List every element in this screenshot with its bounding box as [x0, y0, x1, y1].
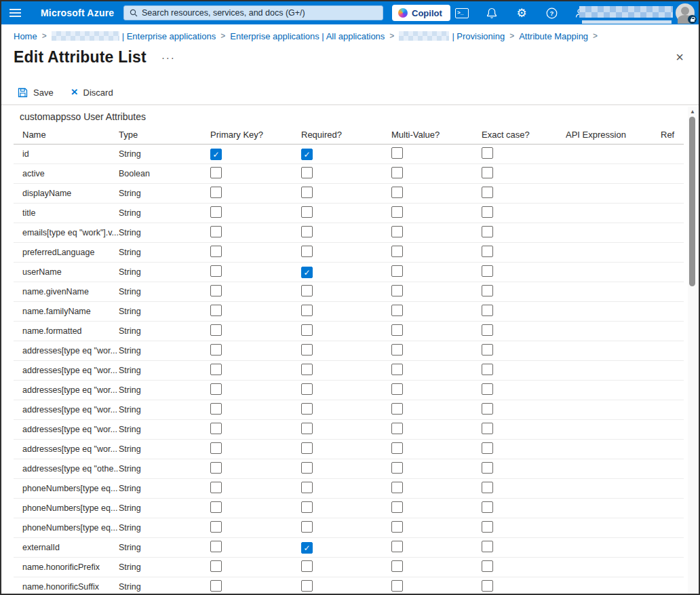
exact-case-checkbox[interactable]: [482, 167, 493, 178]
multi-value-checkbox[interactable]: [391, 580, 403, 592]
table-row[interactable]: idString✓✓: [14, 145, 684, 164]
breadcrumb-provisioning[interactable]: | Provisioning: [399, 31, 505, 41]
table-row[interactable]: externalIdString✓: [14, 538, 684, 558]
multi-value-checkbox[interactable]: [391, 285, 403, 296]
column-header-api-expression[interactable]: API Expression: [566, 130, 661, 140]
table-row[interactable]: name.formattedString: [14, 322, 684, 341]
primary-key-checkbox[interactable]: [210, 364, 222, 375]
required-checkbox[interactable]: ✓: [301, 149, 313, 160]
table-row[interactable]: addresses[type eq "wor...String: [14, 420, 684, 440]
exact-case-checkbox[interactable]: [482, 580, 493, 592]
table-row[interactable]: name.honorificSuffixString: [14, 577, 684, 594]
exact-case-checkbox[interactable]: [482, 246, 493, 257]
table-row[interactable]: name.familyNameString: [14, 302, 684, 322]
multi-value-checkbox[interactable]: [391, 147, 403, 159]
more-options-icon[interactable]: ···: [161, 53, 176, 61]
exact-case-checkbox[interactable]: [482, 305, 493, 316]
table-row[interactable]: addresses[type eq "wor...String: [14, 341, 684, 361]
required-checkbox[interactable]: [301, 580, 313, 592]
multi-value-checkbox[interactable]: [391, 167, 403, 178]
primary-key-checkbox[interactable]: [210, 521, 222, 533]
exact-case-checkbox[interactable]: [482, 187, 493, 198]
required-checkbox[interactable]: [301, 560, 313, 572]
table-row[interactable]: displayNameString: [14, 184, 684, 204]
primary-key-checkbox[interactable]: [210, 482, 222, 493]
close-icon[interactable]: ×: [672, 50, 688, 64]
multi-value-checkbox[interactable]: [391, 324, 403, 336]
primary-key-checkbox[interactable]: [210, 560, 222, 572]
required-checkbox[interactable]: [301, 344, 313, 356]
notifications-bell-icon[interactable]: [484, 5, 499, 20]
primary-key-checkbox[interactable]: [210, 285, 222, 296]
column-header-exact-case[interactable]: Exact case?: [482, 130, 566, 140]
required-checkbox[interactable]: [301, 462, 313, 474]
vertical-scrollbar[interactable]: ▲: [688, 107, 697, 594]
exact-case-checkbox[interactable]: [482, 482, 493, 493]
table-row[interactable]: userNameString✓: [14, 263, 684, 282]
primary-key-checkbox[interactable]: [210, 501, 222, 513]
required-checkbox[interactable]: [301, 305, 313, 316]
multi-value-checkbox[interactable]: [391, 403, 403, 415]
required-checkbox[interactable]: [301, 403, 313, 415]
required-checkbox[interactable]: [301, 482, 313, 493]
primary-key-checkbox[interactable]: [210, 305, 222, 316]
primary-key-checkbox[interactable]: ✓: [210, 149, 222, 160]
exact-case-checkbox[interactable]: [482, 364, 493, 375]
save-button[interactable]: Save: [18, 88, 54, 98]
table-row[interactable]: phoneNumbers[type eq...String: [14, 499, 684, 518]
required-checkbox[interactable]: [301, 501, 313, 513]
hamburger-menu-icon[interactable]: [1, 1, 28, 24]
primary-key-checkbox[interactable]: [210, 442, 222, 454]
primary-key-checkbox[interactable]: [210, 324, 222, 336]
column-header-type[interactable]: Type: [119, 130, 210, 140]
primary-key-checkbox[interactable]: [210, 541, 222, 552]
multi-value-checkbox[interactable]: [391, 462, 403, 474]
multi-value-checkbox[interactable]: [391, 344, 403, 356]
table-row[interactable]: activeBoolean: [14, 164, 684, 184]
primary-key-checkbox[interactable]: [210, 187, 222, 198]
multi-value-checkbox[interactable]: [391, 226, 403, 237]
primary-key-checkbox[interactable]: [210, 206, 222, 218]
settings-gear-icon[interactable]: ⚙: [514, 5, 529, 20]
required-checkbox[interactable]: [301, 206, 313, 218]
scroll-up-arrow-icon[interactable]: ▲: [688, 109, 697, 115]
column-header-required[interactable]: Required?: [301, 130, 391, 140]
multi-value-checkbox[interactable]: [391, 541, 403, 552]
table-row[interactable]: emails[type eq "work"].v...String: [14, 223, 684, 243]
required-checkbox[interactable]: [301, 364, 313, 375]
primary-key-checkbox[interactable]: [210, 403, 222, 415]
primary-key-checkbox[interactable]: [210, 246, 222, 257]
discard-button[interactable]: × Discard: [71, 88, 113, 98]
required-checkbox[interactable]: [301, 383, 313, 395]
multi-value-checkbox[interactable]: [391, 246, 403, 257]
avatar[interactable]: [676, 3, 695, 22]
multi-value-checkbox[interactable]: [391, 305, 403, 316]
exact-case-checkbox[interactable]: [482, 560, 493, 572]
required-checkbox[interactable]: [301, 226, 313, 237]
multi-value-checkbox[interactable]: [391, 501, 403, 513]
required-checkbox[interactable]: [301, 423, 313, 434]
exact-case-checkbox[interactable]: [482, 521, 493, 533]
table-row[interactable]: phoneNumbers[type eq...String: [14, 479, 684, 499]
exact-case-checkbox[interactable]: [482, 423, 493, 434]
multi-value-checkbox[interactable]: [391, 383, 403, 395]
column-header-primary-key[interactable]: Primary Key?: [210, 130, 301, 140]
multi-value-checkbox[interactable]: [391, 187, 403, 198]
multi-value-checkbox[interactable]: [391, 364, 403, 375]
exact-case-checkbox[interactable]: [482, 206, 493, 218]
exact-case-checkbox[interactable]: [482, 344, 493, 356]
multi-value-checkbox[interactable]: [391, 521, 403, 533]
primary-key-checkbox[interactable]: [210, 226, 222, 237]
copilot-button[interactable]: Copilot: [392, 5, 450, 21]
primary-key-checkbox[interactable]: [210, 167, 222, 178]
exact-case-checkbox[interactable]: [482, 285, 493, 296]
exact-case-checkbox[interactable]: [482, 403, 493, 415]
required-checkbox[interactable]: [301, 187, 313, 198]
breadcrumb-attribute-mapping[interactable]: Attribute Mapping: [519, 31, 588, 41]
primary-key-checkbox[interactable]: [210, 383, 222, 395]
column-header-name[interactable]: Name: [14, 130, 119, 140]
primary-key-checkbox[interactable]: [210, 580, 222, 592]
multi-value-checkbox[interactable]: [391, 560, 403, 572]
exact-case-checkbox[interactable]: [482, 442, 493, 454]
multi-value-checkbox[interactable]: [391, 206, 403, 218]
